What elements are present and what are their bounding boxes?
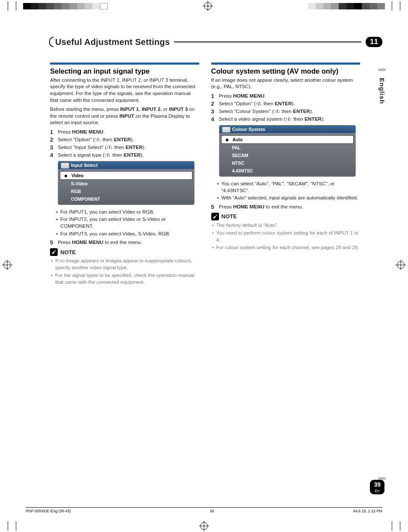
note-list: If no image appears or images appear in … <box>51 258 199 285</box>
accent-bar <box>50 62 199 65</box>
step-number: 2 <box>211 101 219 107</box>
osd-item: SECAM <box>221 152 354 159</box>
step-number: 4 <box>50 152 58 158</box>
footer-meta: PDP-505XDE-Eng (38-43) 39 04.6.15, 1:12 … <box>26 507 382 513</box>
section-heading: Colour system setting (AV mode only) <box>211 67 361 75</box>
note-item: You need to perform colour system settin… <box>212 230 361 243</box>
chapter-badge: 11 <box>366 37 382 47</box>
step-list: 5 Press HOME MENU to exit the menu. <box>50 239 199 246</box>
page-number-lang: En <box>374 489 381 493</box>
left-column: Selecting an input signal type After con… <box>50 62 199 287</box>
osd-item: NTSC <box>221 159 354 167</box>
bullet-list: You can select "Auto", "PAL", "SECAM", "… <box>217 180 361 201</box>
step-text: Select a video signal system (↑/↓ then E… <box>219 116 325 122</box>
step-text: Select "Colour System" (↑/↓ then ENTER). <box>219 108 313 114</box>
section-heading: Selecting an input signal type <box>50 67 199 75</box>
step-text: Select "Input Select" (↑/↓ then ENTER). <box>58 144 146 150</box>
step-number: 3 <box>50 144 58 151</box>
crop-marks-bottom <box>0 520 408 532</box>
grayscale-strip <box>308 3 385 9</box>
step-text: Press HOME MENU. <box>219 93 266 99</box>
osd-title: Colour System <box>219 125 355 134</box>
pre-step-note: Before starting the menu, press INPUT 1,… <box>50 106 199 126</box>
language-tab: English <box>378 78 386 104</box>
section-intro: If an image does not appear clearly, sel… <box>211 77 361 90</box>
header-rule <box>174 42 361 42</box>
osd-item: PAL <box>221 144 354 152</box>
osd-item: COMPONENT <box>60 195 192 203</box>
registration-mark-left <box>3 261 11 269</box>
osd-item-selected: Auto <box>221 135 354 144</box>
grayscale-strip <box>23 3 108 9</box>
step-number: 3 <box>211 108 219 115</box>
header-ornament <box>49 37 53 47</box>
up-down-arrow-icon: ↑/↓ <box>256 101 262 107</box>
osd-menu-input-select: Input Select Video S-Video RGB COMPONENT <box>58 161 195 205</box>
page-title: Useful Adjustment Settings <box>55 37 170 47</box>
side-tab-pill <box>378 68 386 71</box>
step-text: Select "Option" (↑/↓ then ENTER). <box>58 137 134 143</box>
list-item: For INPUT2, you can select Video or S-Vi… <box>56 216 199 229</box>
up-down-arrow-icon: ↑/↓ <box>105 152 111 158</box>
up-down-arrow-icon: ↑/↓ <box>286 116 292 122</box>
osd-item: S-Video <box>60 180 192 187</box>
note-label: NOTE <box>222 213 237 220</box>
right-column: Colour system setting (AV mode only) If … <box>211 62 361 287</box>
osd-menu-colour-system: Colour System Auto PAL SECAM NTSC 4.43NT… <box>219 125 356 177</box>
note-icon <box>50 248 58 256</box>
step-number: 1 <box>50 129 58 135</box>
footer-center: 39 <box>71 509 353 513</box>
up-down-arrow-icon: ↑/↓ <box>106 144 113 150</box>
content-columns: Selecting an input signal type After con… <box>50 62 360 287</box>
note-header: NOTE <box>211 213 361 220</box>
note-list: The factory default is "Auto". You need … <box>212 222 361 251</box>
osd-title: Input Select <box>58 161 194 169</box>
step-list: 1 Press HOME MENU. 2 Select "Option" (↑/… <box>211 93 361 122</box>
note-item: The factory default is "Auto". <box>212 222 361 229</box>
section-intro: After connecting to the INPUT 1, INPUT 2… <box>50 77 199 104</box>
step-text: Press HOME MENU to exit the menu. <box>58 239 142 245</box>
crop-marks-top <box>0 0 408 12</box>
osd-item-selected: Video <box>60 171 192 180</box>
step-number: 5 <box>211 204 219 210</box>
osd-item: 4.43NTSC <box>221 167 354 175</box>
list-item: For INPUT1, you can select Video or RGB. <box>56 208 199 215</box>
registration-mark <box>204 2 212 10</box>
note-label: NOTE <box>60 249 76 256</box>
page-header: Useful Adjustment Settings 11 <box>49 37 382 47</box>
up-down-arrow-icon: ↑/↓ <box>274 108 281 114</box>
step-number: 1 <box>211 93 219 99</box>
list-item: For INPUT3, you can select Video, S-Vide… <box>56 230 199 237</box>
registration-mark <box>200 522 208 530</box>
note-icon <box>211 213 219 220</box>
note-item: If no image appears or images appear in … <box>51 258 199 271</box>
step-list: 1 Press HOME MENU. 2 Select "Option" (↑/… <box>50 129 199 158</box>
step-number: 4 <box>211 116 219 122</box>
note-header: NOTE <box>50 248 199 256</box>
note-item: For colour system setting for each chann… <box>212 244 361 251</box>
step-number: 5 <box>50 239 58 246</box>
page-number: 39 <box>374 481 381 488</box>
step-text: Select a signal type (↑/↓ then ENTER). <box>58 152 144 158</box>
footer-left: PDP-505XDE-Eng (38-43) <box>26 509 71 513</box>
list-item: With "Auto" selected, input signals are … <box>217 194 361 201</box>
page-number-badge: 39 En <box>370 480 384 494</box>
step-text: Press HOME MENU. <box>58 129 105 135</box>
note-item: For the signal types to be specified, ch… <box>51 272 199 285</box>
step-number: 2 <box>50 137 58 143</box>
step-list: 5 Press HOME MENU to exit the menu. <box>211 204 361 210</box>
osd-item: RGB <box>60 187 192 195</box>
up-down-arrow-icon: ↑/↓ <box>95 137 101 143</box>
step-text: Select "Option" (↑/↓ then ENTER). <box>219 101 295 107</box>
registration-mark-right <box>397 261 405 269</box>
bullet-list: For INPUT1, you can select Video or RGB.… <box>56 208 199 237</box>
step-text: Press HOME MENU to exit the menu. <box>219 204 303 210</box>
footer-right: 04.6.15, 1:12 PM <box>353 509 382 513</box>
accent-bar <box>211 62 361 65</box>
list-item: You can select "Auto", "PAL", "SECAM", "… <box>217 180 361 193</box>
